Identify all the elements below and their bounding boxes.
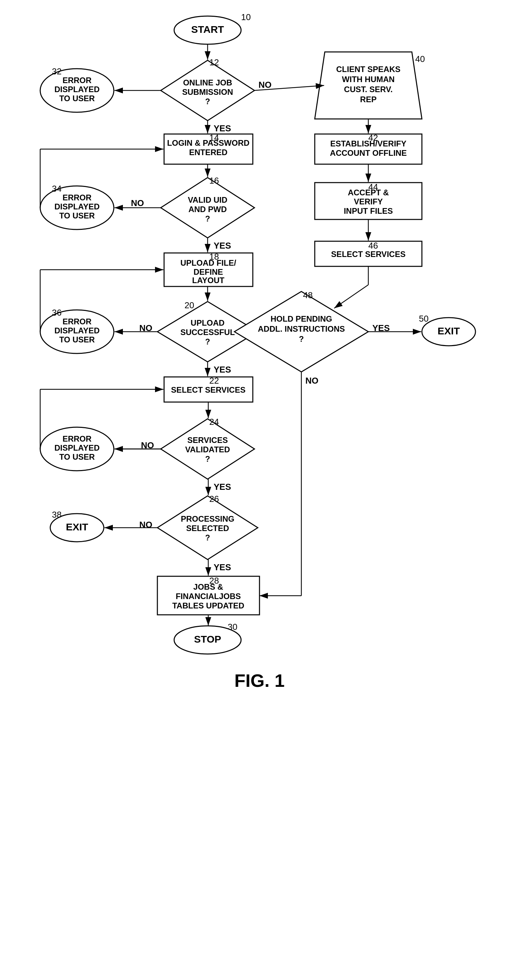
diagram-container: START 10 ONLINE JOB SUBMISSION ? 12 YES … xyxy=(0,0,519,980)
svg-text:DISPLAYED: DISPLAYED xyxy=(54,443,100,452)
svg-text:ERROR: ERROR xyxy=(63,434,92,443)
svg-text:TO USER: TO USER xyxy=(59,452,95,461)
